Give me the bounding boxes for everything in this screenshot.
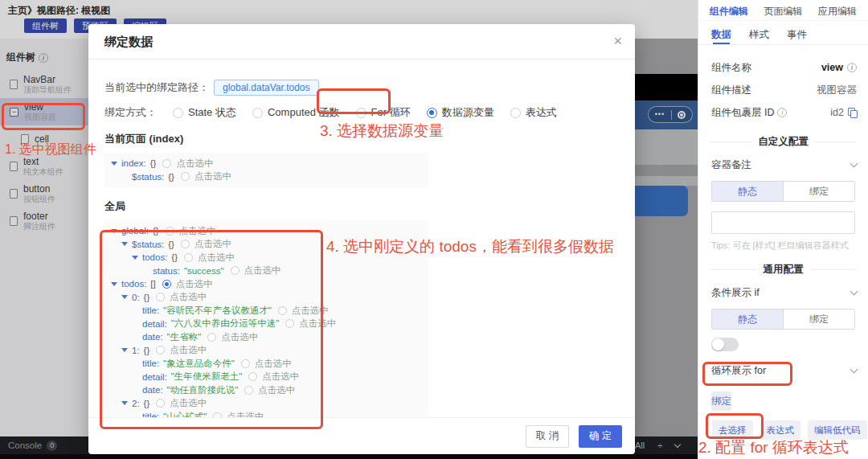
triangle-expand-icon[interactable] [121, 401, 128, 405]
node-key: $status: [132, 172, 164, 182]
node-type: {} [171, 252, 178, 262]
tree-node[interactable]: detail:"生年使米新老土"点击选中 [104, 371, 428, 384]
tree-node[interactable]: detail:"六八发中养由分运等中速"点击选中 [104, 318, 428, 331]
triangle-expand-icon[interactable] [132, 256, 138, 260]
tree-node[interactable]: 2:{}点击选中 [104, 397, 428, 411]
node-key: todos: [121, 279, 146, 289]
node-value: "六八发中养由分运等中速" [171, 318, 280, 330]
tree-node[interactable]: 0:{}点击选中 [104, 291, 428, 305]
if-display-row[interactable]: 条件展示 if [698, 281, 868, 304]
node-key: 2: [132, 399, 140, 408]
radio-icon[interactable] [181, 172, 190, 181]
radio-icon[interactable] [248, 372, 257, 381]
radio-icon[interactable] [427, 108, 437, 118]
panel-tab-页面编辑[interactable]: 页面编辑 [764, 5, 803, 20]
radio-icon[interactable] [244, 386, 253, 395]
bind-mode-option[interactable]: Computed 函数 [252, 105, 340, 120]
triangle-expand-icon[interactable] [121, 348, 128, 352]
component-desc-label: 组件描述 [711, 84, 751, 97]
static-tab[interactable]: 静态 [712, 182, 783, 201]
tree-node[interactable]: todos:[]点击选中 [104, 277, 428, 291]
radio-icon[interactable] [156, 293, 165, 301]
panel-tab-组件编辑[interactable]: 组件编辑 [710, 5, 748, 20]
note-mode-segment: 静态 绑定 [711, 181, 855, 202]
tree-node[interactable]: index:{}点击选中 [104, 157, 428, 170]
radio-icon[interactable] [156, 399, 165, 408]
radio-icon[interactable] [278, 306, 287, 315]
node-type: {} [144, 293, 150, 302]
custom-config-section: 自定义配置 [698, 135, 868, 149]
tree-node[interactable]: status:"success"点击选中 [104, 264, 428, 278]
for-action-buttons: 去选择 表达式 编辑低代码 [712, 420, 868, 440]
node-key: status: [153, 266, 180, 276]
click-select-label: 点击选中 [227, 411, 264, 417]
for-display-row[interactable]: 循环展示 for [698, 359, 868, 382]
bind-mode-option[interactable]: State 状态 [173, 105, 236, 120]
radio-icon[interactable] [162, 159, 171, 168]
click-select-label: 点击选中 [299, 318, 336, 330]
radio-icon[interactable] [162, 280, 171, 289]
bind-mode-option-label: 表达式 [526, 105, 557, 120]
confirm-button[interactable]: 确 定 [579, 425, 622, 448]
pick-button[interactable]: 去选择 [712, 420, 753, 440]
node-key: $status: [132, 240, 164, 249]
radio-icon[interactable] [184, 253, 193, 262]
if-display-label: 条件展示 if [711, 286, 760, 300]
info-icon: i [777, 108, 787, 117]
chevron-down-icon [850, 160, 858, 168]
panel-tab-应用编辑[interactable]: 应用编辑 [818, 5, 857, 20]
panel-subtab-事件[interactable]: 事件 [787, 28, 807, 44]
bind-path-tag[interactable]: global.dataVar.todos [214, 80, 319, 96]
radio-icon[interactable] [241, 359, 250, 368]
bind-tab[interactable]: 绑定 [783, 309, 854, 329]
bind-mode-option[interactable]: For 循环 [356, 105, 411, 120]
bind-mode-option[interactable]: 数据源变量 [427, 105, 494, 120]
cancel-button[interactable]: 取 消 [526, 425, 569, 448]
if-toggle[interactable] [711, 338, 739, 351]
click-select-label: 点击选中 [255, 358, 292, 370]
radio-icon[interactable] [356, 108, 366, 118]
radio-icon[interactable] [166, 227, 174, 236]
radio-icon[interactable] [181, 240, 190, 248]
triangle-expand-icon[interactable] [111, 162, 117, 166]
tree-node[interactable]: global:{}点击选中 [104, 224, 428, 238]
bind-tab[interactable]: 绑定 [783, 182, 854, 201]
radio-icon[interactable] [285, 319, 294, 328]
triangle-expand-icon[interactable] [121, 295, 128, 299]
tree-node[interactable]: title:"象这意品命今件"点击选中 [104, 357, 428, 371]
tree-node[interactable]: $status:{}点击选中 [104, 238, 428, 252]
triangle-expand-icon[interactable] [121, 242, 128, 246]
modal-body: 当前选中的绑定路径： global.dataVar.todos 绑定方式： St… [104, 59, 619, 417]
click-select-label: 点击选中 [179, 225, 216, 237]
radio-icon[interactable] [231, 266, 240, 275]
click-select-label: 点击选中 [221, 331, 258, 343]
node-type: {} [168, 240, 174, 249]
click-select-label: 点击选中 [170, 344, 207, 356]
triangle-expand-icon[interactable] [111, 282, 117, 286]
radio-icon[interactable] [510, 108, 521, 118]
tree-node[interactable]: date:"动任直阶接此说"点击选中 [104, 383, 428, 397]
node-value: "动任直阶接此说" [167, 384, 239, 396]
close-icon[interactable]: × [613, 32, 622, 50]
radio-icon[interactable] [252, 108, 263, 118]
tree-node[interactable]: title:"山心矿式"点击选中 [104, 410, 428, 417]
static-tab[interactable]: 静态 [712, 309, 783, 329]
copy-icon[interactable] [848, 108, 857, 117]
triangle-expand-icon[interactable] [111, 229, 117, 233]
radio-icon[interactable] [207, 333, 216, 342]
radio-icon[interactable] [173, 108, 183, 118]
panel-subtab-数据[interactable]: 数据 [711, 28, 731, 44]
edit-lowcode-button[interactable]: 编辑低代码 [808, 420, 867, 440]
container-note-input[interactable] [711, 211, 855, 234]
tree-node[interactable]: title:"容听民不年产各议教通才"点击选中 [104, 304, 428, 318]
tree-node[interactable]: 1:{}点击选中 [104, 344, 428, 358]
container-note-row[interactable]: 容器备注 [698, 154, 868, 176]
bind-button[interactable]: 绑定 [711, 391, 731, 411]
radio-icon[interactable] [156, 346, 165, 354]
expression-button[interactable]: 表达式 [760, 420, 801, 440]
tree-node[interactable]: todos:{}点击选中 [104, 251, 428, 264]
panel-subtab-样式[interactable]: 样式 [749, 28, 769, 44]
tree-node[interactable]: date:"生省称"点击选中 [104, 330, 428, 344]
tree-node[interactable]: $status:{}点击选中 [104, 170, 428, 184]
bind-mode-option[interactable]: 表达式 [510, 105, 557, 120]
